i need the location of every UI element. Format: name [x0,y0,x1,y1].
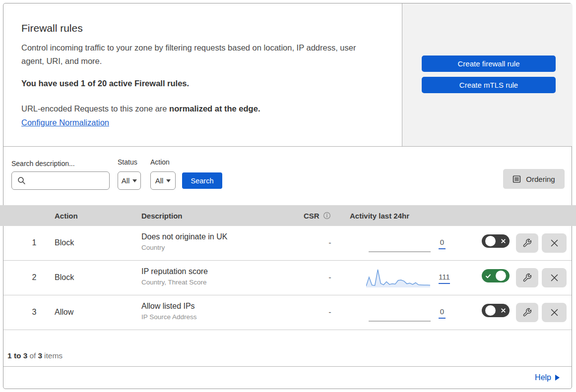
column-header-csr: CSR [304,205,331,226]
normalization-note: URL-encoded Requests to this zone are no… [21,104,260,113]
table-row: 2 Block IP reputation score Country, Thr… [3,261,572,295]
ordering-button-label: Ordering [526,175,555,183]
edit-rule-button[interactable] [516,233,538,253]
search-icon [17,176,26,185]
search-input[interactable] [29,173,108,188]
help-link[interactable]: Help [535,373,560,382]
table-row: 1 Block Does not originate in UK Country… [3,226,572,261]
status-select[interactable]: All [118,171,141,190]
activity-flatline [369,321,431,322]
edit-rule-button[interactable] [516,268,538,287]
activity-count-link[interactable]: 0 [439,307,446,319]
delete-rule-button[interactable] [542,268,567,287]
column-header-description: Description [141,205,183,226]
rule-description: Does not originate in UK Country [141,232,227,251]
firewall-rules-page: Firewall rules Control incoming traffic … [0,0,576,392]
rule-priority: 3 [28,308,40,317]
search-input-wrapper [11,171,110,190]
arrow-right-icon [555,375,560,381]
close-icon [550,239,559,247]
column-header-activity: Activity last 24hr [350,205,409,226]
action-select-value: All [155,176,164,185]
pagination-range: 1 to 3 [7,351,27,360]
create-firewall-rule-button[interactable]: Create firewall rule [422,56,556,72]
rule-csr-value: - [325,273,335,282]
activity-count-link[interactable]: 0 [439,238,446,249]
page-title: Firewall rules [21,22,83,34]
status-select-value: All [122,176,130,185]
overview-text: Firewall rules Control incoming traffic … [3,3,402,147]
cross-icon [501,308,506,313]
rule-description: IP reputation score Country, Threat Scor… [141,267,208,286]
info-icon[interactable] [323,212,331,220]
normalization-bold: normalized at the edge. [169,104,260,113]
rule-action: Block [55,273,74,282]
wrench-icon [522,238,532,248]
edit-rule-button[interactable] [516,303,538,322]
check-icon [485,273,491,279]
help-link-label: Help [535,373,551,382]
cross-icon [501,238,506,244]
firewall-rules-card: Firewall rules Control incoming traffic … [3,3,572,389]
rule-priority: 1 [28,238,40,247]
close-icon [550,274,559,282]
toggle-knob [485,305,496,316]
rule-description-title[interactable]: IP reputation score [141,267,208,276]
pagination-bar: 1 to 3of3items [3,330,572,367]
search-button[interactable]: Search [182,172,222,189]
pagination-summary: 1 to 3of3items [7,351,64,360]
table-row: 3 Allow Allow listed IPs IP Source Addre… [3,295,572,330]
rule-enabled-toggle[interactable] [482,234,510,248]
rule-enabled-toggle[interactable] [482,269,510,282]
pagination-total: 3 [38,351,42,360]
rule-action: Allow [55,308,73,317]
search-label: Search description... [11,160,75,168]
filter-bar: Search description... Status Action All … [3,147,572,205]
chevron-down-icon [132,179,137,182]
overview-section: Firewall rules Control incoming traffic … [3,3,572,147]
usage-note: You have used 1 of 20 active Firewall ru… [21,79,189,88]
rule-description-title[interactable]: Allow listed IPs [141,302,197,311]
activity-flatline [369,251,431,252]
ordering-button[interactable]: Ordering [503,169,565,189]
rule-csr-value: - [325,308,335,317]
wrench-icon [522,308,532,317]
delete-rule-button[interactable] [542,303,567,322]
rule-priority: 2 [28,273,40,282]
rule-enabled-toggle[interactable] [482,304,510,317]
close-icon [550,308,559,317]
column-header-action: Action [55,205,78,226]
chevron-down-icon [166,179,171,182]
rules-table-body: 1 Block Does not originate in UK Country… [3,226,572,330]
activity-count-link[interactable]: 111 [439,273,450,284]
rule-action: Block [55,238,74,247]
ordering-list-icon [512,175,521,183]
page-description: Control incoming traffic to your zone by… [21,41,374,68]
rule-description: Allow listed IPs IP Source Address [141,302,197,321]
csr-label: CSR [304,212,320,220]
wrench-icon [522,273,532,282]
configure-normalization-link[interactable]: Configure Normalization [21,118,109,127]
rule-csr-value: - [325,238,335,247]
normalization-prefix: URL-encoded Requests to this zone are [21,104,169,113]
delete-rule-button[interactable] [542,233,567,253]
action-label: Action [150,158,170,166]
table-header: Action Description CSR Activity last 24h… [0,205,576,226]
pagination-of: of [29,351,36,360]
status-label: Status [118,158,137,166]
rule-fields: Country, Threat Score [141,279,208,286]
help-bar: Help [3,367,572,389]
pagination-items: items [44,351,63,360]
toggle-knob [496,271,506,281]
actions-panel: Create firewall rule Create mTLS rule [402,3,573,146]
activity-sparkline [366,268,430,287]
action-select[interactable]: All [150,171,176,190]
create-mtls-rule-button[interactable]: Create mTLS rule [422,77,556,93]
rule-fields: IP Source Address [141,313,197,321]
toggle-knob [485,236,496,246]
rule-fields: Country [141,244,227,251]
rule-description-title[interactable]: Does not originate in UK [141,232,227,241]
